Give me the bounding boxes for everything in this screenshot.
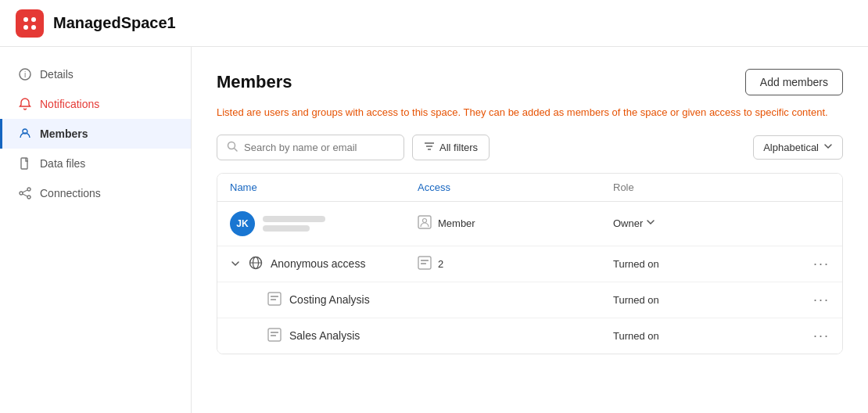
content-icon bbox=[418, 256, 432, 272]
anon-name-cell: Anonymous access bbox=[230, 256, 418, 272]
svg-line-11 bbox=[23, 190, 27, 192]
member-name-cell: JK bbox=[230, 211, 418, 236]
member-role-cell: Owner bbox=[613, 217, 809, 229]
sidebar-item-notifications[interactable]: Notifications bbox=[0, 89, 191, 119]
expand-button[interactable] bbox=[230, 258, 241, 269]
svg-point-8 bbox=[20, 192, 23, 195]
svg-point-1 bbox=[31, 17, 36, 22]
more-options-button[interactable]: ··· bbox=[813, 256, 830, 272]
app-title: ManagedSpace1 bbox=[53, 14, 176, 32]
bell-icon bbox=[18, 97, 32, 111]
sort-label: Alphabetical bbox=[763, 142, 819, 153]
anon-turned-on: Turned on bbox=[613, 258, 659, 270]
sales-analysis-name: Sales Analysis bbox=[289, 329, 360, 342]
members-description: Listed are users and groups with access … bbox=[217, 105, 843, 120]
file-icon bbox=[18, 156, 32, 171]
table-row: Costing Analysis Turned on ··· bbox=[217, 282, 842, 318]
column-header-name: Name bbox=[230, 181, 418, 193]
owner-label: Owner bbox=[613, 217, 643, 229]
costing-role-cell: Turned on bbox=[613, 294, 809, 306]
costing-name-cell: Costing Analysis bbox=[230, 292, 418, 308]
sidebar-item-details[interactable]: i Details bbox=[0, 59, 191, 89]
content-item-icon bbox=[267, 292, 282, 308]
more-options-button[interactable]: ··· bbox=[813, 292, 830, 308]
sidebar-label-connections: Connections bbox=[40, 187, 101, 199]
search-input[interactable] bbox=[244, 142, 394, 153]
sidebar: i Details Notifications Members bbox=[0, 47, 192, 413]
svg-rect-25 bbox=[421, 263, 426, 264]
svg-point-0 bbox=[23, 17, 28, 22]
name-placeholder bbox=[263, 216, 325, 232]
app-header: ManagedSpace1 bbox=[0, 0, 868, 47]
svg-point-9 bbox=[27, 188, 30, 191]
anon-actions-cell[interactable]: ··· bbox=[809, 256, 830, 272]
search-box[interactable] bbox=[217, 135, 404, 160]
sidebar-label-details: Details bbox=[40, 68, 74, 81]
app-icon bbox=[16, 9, 44, 38]
sidebar-label-notifications: Notifications bbox=[40, 98, 99, 110]
sales-name-cell: Sales Analysis bbox=[230, 328, 418, 344]
svg-rect-31 bbox=[271, 335, 276, 336]
anon-access-count: 2 bbox=[438, 258, 443, 270]
column-header-role: Role bbox=[613, 181, 809, 193]
avatar: JK bbox=[230, 211, 255, 236]
members-header: Members Add members bbox=[217, 69, 843, 95]
column-header-access: Access bbox=[418, 181, 613, 193]
placeholder-line-1 bbox=[263, 216, 325, 222]
costing-turned-on: Turned on bbox=[613, 294, 659, 306]
table-row: Sales Analysis Turned on ··· bbox=[217, 318, 842, 354]
connection-icon bbox=[18, 186, 32, 200]
person-icon bbox=[18, 127, 32, 141]
member-access-label: Member bbox=[438, 217, 475, 229]
svg-rect-28 bbox=[271, 299, 276, 300]
sidebar-item-data-files[interactable]: Data files bbox=[0, 149, 191, 178]
main-content: Members Add members Listed are users and… bbox=[192, 47, 868, 413]
toolbar: All filters Alphabetical bbox=[217, 135, 843, 160]
sidebar-item-members[interactable]: Members bbox=[0, 119, 191, 149]
sidebar-item-connections[interactable]: Connections bbox=[0, 178, 191, 208]
layout: i Details Notifications Members bbox=[0, 47, 868, 413]
costing-actions-cell[interactable]: ··· bbox=[809, 292, 830, 308]
anon-role-cell: Turned on bbox=[613, 258, 809, 270]
svg-point-3 bbox=[31, 25, 36, 30]
svg-rect-7 bbox=[21, 158, 27, 169]
sidebar-label-data-files: Data files bbox=[40, 157, 85, 170]
sort-button[interactable]: Alphabetical bbox=[753, 135, 843, 160]
content-item-icon bbox=[267, 328, 282, 344]
table-row: Anonymous access 2 Turned on bbox=[217, 246, 842, 282]
svg-line-14 bbox=[235, 148, 238, 151]
svg-line-12 bbox=[23, 194, 27, 196]
globe-icon bbox=[249, 256, 263, 272]
svg-rect-27 bbox=[271, 296, 278, 297]
owner-role-dropdown[interactable]: Owner bbox=[613, 217, 655, 229]
svg-point-19 bbox=[423, 219, 427, 223]
column-header-actions bbox=[809, 181, 830, 193]
sales-role-cell: Turned on bbox=[613, 330, 809, 342]
sales-actions-cell[interactable]: ··· bbox=[809, 328, 830, 344]
sales-turned-on: Turned on bbox=[613, 330, 659, 342]
members-table: Name Access Role JK bbox=[217, 173, 843, 354]
add-members-button[interactable]: Add members bbox=[745, 69, 843, 95]
svg-rect-24 bbox=[421, 260, 429, 261]
svg-rect-30 bbox=[271, 332, 278, 333]
member-icon bbox=[418, 215, 432, 232]
circle-info-icon: i bbox=[18, 67, 32, 81]
svg-point-10 bbox=[27, 196, 30, 199]
anon-access-name: Anonymous access bbox=[271, 257, 365, 270]
filters-label: All filters bbox=[439, 142, 478, 153]
chevron-down-icon bbox=[646, 217, 655, 229]
search-icon bbox=[227, 141, 238, 154]
costing-analysis-name: Costing Analysis bbox=[289, 293, 370, 306]
more-options-button[interactable]: ··· bbox=[813, 328, 830, 344]
svg-text:i: i bbox=[24, 70, 26, 79]
svg-point-2 bbox=[23, 25, 28, 30]
anon-access-cell: 2 bbox=[418, 256, 613, 272]
table-row: JK Member bbox=[217, 202, 842, 246]
sidebar-label-members: Members bbox=[40, 127, 88, 140]
chevron-down-icon bbox=[823, 142, 833, 153]
filter-icon bbox=[424, 141, 435, 154]
placeholder-line-2 bbox=[263, 225, 310, 232]
all-filters-button[interactable]: All filters bbox=[412, 135, 490, 160]
member-access-cell: Member bbox=[418, 215, 613, 232]
page-title: Members bbox=[217, 72, 292, 92]
